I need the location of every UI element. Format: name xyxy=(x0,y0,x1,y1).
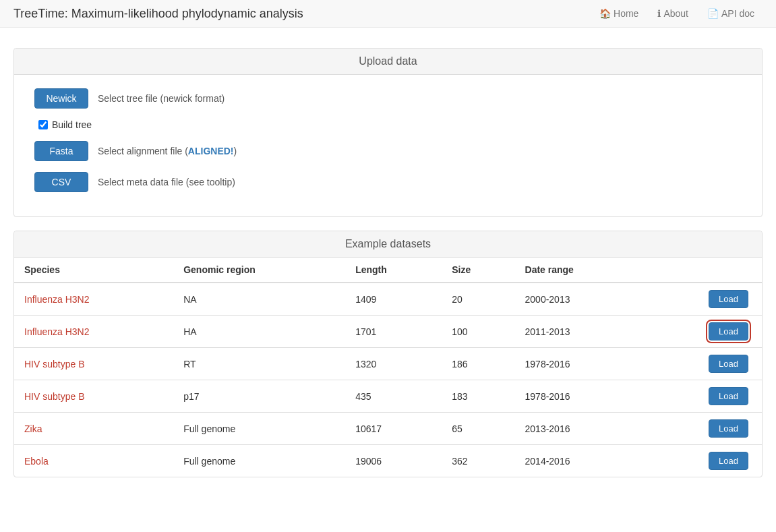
cell-species: HIV subtype B xyxy=(14,380,173,413)
load-button[interactable]: Load xyxy=(709,322,748,341)
cell-load: Load xyxy=(644,445,762,477)
load-button[interactable]: Load xyxy=(709,355,748,373)
load-button[interactable]: Load xyxy=(709,452,748,470)
doc-icon: 📄 xyxy=(707,8,719,19)
cell-species: Zika xyxy=(14,413,173,445)
main-content: Upload data Newick Select tree file (new… xyxy=(0,28,776,511)
cell-date-range: 1978-2016 xyxy=(515,348,644,380)
nav-api-label: API doc xyxy=(721,8,754,19)
upload-panel-title: Upload data xyxy=(14,49,762,75)
load-button[interactable]: Load xyxy=(709,419,748,438)
col-species: Species xyxy=(14,258,173,283)
home-icon: 🏠 xyxy=(599,8,611,19)
cell-date-range: 2000-2013 xyxy=(515,283,644,316)
build-tree-checkbox[interactable] xyxy=(38,120,48,129)
fasta-row: Fasta Select alignment file (ALIGNED!) xyxy=(34,141,742,161)
cell-region: Full genome xyxy=(173,445,345,477)
cell-size: 362 xyxy=(442,445,514,477)
table-row: EbolaFull genome190063622014-2016Load xyxy=(14,445,762,477)
datasets-panel-title: Example datasets xyxy=(14,231,762,258)
cell-region: NA xyxy=(173,283,345,316)
cell-size: 65 xyxy=(442,413,514,445)
table-row: Influenza H3N2HA17011002011-2013Load xyxy=(14,316,762,348)
upload-panel-body: Newick Select tree file (newick format) … xyxy=(14,75,762,216)
cell-region: RT xyxy=(173,348,345,380)
datasets-panel-body: Species Genomic region Length Size Date … xyxy=(14,258,762,477)
build-tree-row: Build tree xyxy=(34,119,742,130)
csv-button[interactable]: CSV xyxy=(34,172,88,192)
cell-length: 1701 xyxy=(345,316,442,348)
cell-species: Influenza H3N2 xyxy=(14,283,173,316)
nav-api[interactable]: 📄 API doc xyxy=(699,0,763,28)
newick-label: Select tree file (newick format) xyxy=(98,93,225,104)
cell-date-range: 1978-2016 xyxy=(515,380,644,413)
cell-date-range: 2013-2016 xyxy=(515,413,644,445)
cell-date-range: 2011-2013 xyxy=(515,316,644,348)
newick-row: Newick Select tree file (newick format) xyxy=(34,88,742,109)
app-title: TreeTime: Maximum-likelihood phylodynami… xyxy=(13,7,591,21)
upload-panel: Upload data Newick Select tree file (new… xyxy=(13,48,763,217)
cell-region: Full genome xyxy=(173,413,345,445)
csv-label: Select meta data file (see tooltip) xyxy=(98,177,235,187)
cell-date-range: 2014-2016 xyxy=(515,445,644,477)
cell-load: Load xyxy=(644,316,762,348)
cell-species: HIV subtype B xyxy=(14,348,173,380)
cell-size: 100 xyxy=(442,316,514,348)
nav-links: 🏠 Home ℹ About 📄 API doc xyxy=(591,0,763,28)
fasta-aligned-text: ALIGNED! xyxy=(188,146,234,156)
nav-home-label: Home xyxy=(614,8,638,19)
csv-row: CSV Select meta data file (see tooltip) xyxy=(34,172,742,192)
cell-region: HA xyxy=(173,316,345,348)
cell-load: Load xyxy=(644,380,762,413)
table-row: ZikaFull genome10617652013-2016Load xyxy=(14,413,762,445)
nav-home[interactable]: 🏠 Home xyxy=(591,0,647,28)
cell-load: Load xyxy=(644,348,762,380)
col-region: Genomic region xyxy=(173,258,345,283)
cell-species: Influenza H3N2 xyxy=(14,316,173,348)
fasta-label: Select alignment file (ALIGNED!) xyxy=(98,146,237,156)
table-row: Influenza H3N2NA1409202000-2013Load xyxy=(14,283,762,316)
cell-region: p17 xyxy=(173,380,345,413)
datasets-panel: Example datasets Species Genomic region … xyxy=(13,231,763,477)
cell-length: 435 xyxy=(345,380,442,413)
cell-length: 1320 xyxy=(345,348,442,380)
cell-size: 20 xyxy=(442,283,514,316)
cell-length: 19006 xyxy=(345,445,442,477)
col-length: Length xyxy=(345,258,442,283)
nav-about[interactable]: ℹ About xyxy=(649,0,696,28)
col-size: Size xyxy=(442,258,514,283)
load-button[interactable]: Load xyxy=(709,387,748,405)
fasta-button[interactable]: Fasta xyxy=(34,141,88,161)
newick-button[interactable]: Newick xyxy=(34,88,88,109)
table-row: HIV subtype BRT13201861978-2016Load xyxy=(14,348,762,380)
cell-species: Ebola xyxy=(14,445,173,477)
cell-length: 1409 xyxy=(345,283,442,316)
cell-length: 10617 xyxy=(345,413,442,445)
build-tree-text: Build tree xyxy=(52,119,92,130)
table-header-row: Species Genomic region Length Size Date … xyxy=(14,258,762,283)
table-row: HIV subtype Bp174351831978-2016Load xyxy=(14,380,762,413)
col-action xyxy=(644,258,762,283)
cell-load: Load xyxy=(644,283,762,316)
info-icon: ℹ xyxy=(657,8,661,19)
col-date-range: Date range xyxy=(515,258,644,283)
load-button[interactable]: Load xyxy=(709,290,748,308)
build-tree-label[interactable]: Build tree xyxy=(38,119,92,130)
cell-size: 183 xyxy=(442,380,514,413)
cell-load: Load xyxy=(644,413,762,445)
nav-about-label: About xyxy=(663,8,688,19)
navbar: TreeTime: Maximum-likelihood phylodynami… xyxy=(0,0,776,28)
cell-size: 186 xyxy=(442,348,514,380)
datasets-table: Species Genomic region Length Size Date … xyxy=(14,258,762,477)
